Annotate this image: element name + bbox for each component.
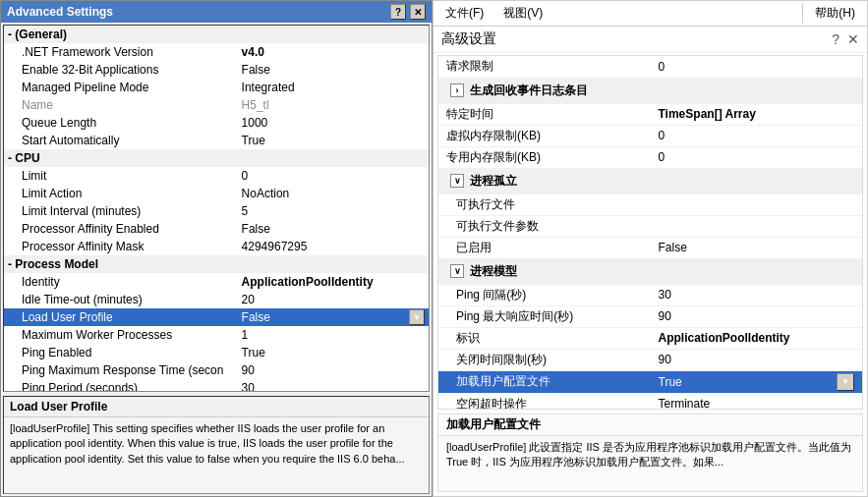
r-row-ping-interval[interactable]: Ping 间隔(秒) 30 (438, 284, 862, 305)
r-load-profile-name: 加载用户配置文件 (438, 370, 651, 393)
row-queue[interactable]: Queue Length 1000 (4, 114, 429, 132)
load-profile-name: Load User Profile (4, 308, 238, 326)
dotnet-name: .NET Framework Version (4, 43, 238, 61)
appname-value: H5_tl (238, 96, 429, 114)
identity-name: Identity (4, 273, 238, 291)
row-affinity-mask[interactable]: Processor Affinity Mask 4294967295 (4, 238, 429, 255)
r-orphan-expand-icon[interactable]: ∨ (450, 174, 464, 188)
r-row-private-mem[interactable]: 专用内存限制(KB) 0 (438, 146, 862, 168)
r-shutdown-limit-name: 关闭时间限制(秒) (438, 349, 651, 370)
process-model-expand-icon[interactable]: - (8, 257, 12, 271)
r-section-process-orphan[interactable]: ∨ 进程孤立 (438, 168, 862, 193)
right-title-actions: ? ✕ (832, 31, 859, 47)
r-row-request-limit[interactable]: 请求限制 0 (438, 56, 862, 78)
r-ping-max-name: Ping 最大响应时间(秒) (438, 305, 651, 327)
menu-help[interactable]: 帮助(H) (811, 3, 859, 24)
r-private-mem-value: 0 (651, 146, 863, 168)
row-load-user-profile[interactable]: Load User Profile False ▼ (4, 308, 429, 326)
ping-enabled-name: Ping Enabled (4, 344, 238, 361)
ping-max-value: 90 (238, 361, 429, 379)
r-shutdown-limit-value: 90 (651, 349, 863, 370)
r-recycle-label: 生成回收事件日志条目 (470, 83, 588, 99)
settings-tree[interactable]: - (General) .NET Framework Version v4.0 … (3, 25, 430, 392)
r-row-identity[interactable]: 标识 ApplicationPoolIdentity (438, 327, 862, 349)
left-title-bar-actions: ? ✕ (390, 4, 426, 20)
r-row-specific-time[interactable]: 特定时间 TimeSpan[] Array (438, 103, 862, 125)
32bit-value: False (238, 61, 429, 79)
r-request-limit-value: 0 (651, 56, 863, 78)
limit-interval-name: Limit Interval (minutes) (4, 202, 238, 220)
row-idle-timeout[interactable]: Idle Time-out (minutes) 20 (4, 291, 429, 308)
description-text: [loadUserProfile] This setting specifies… (4, 417, 429, 470)
general-expand-icon[interactable]: - (8, 28, 12, 41)
r-section-recycle-log[interactable]: › 生成回收事件日志条目 (438, 78, 862, 103)
r-row-idle-timeout-action[interactable]: 空闲超时操作 Terminate (438, 393, 862, 410)
r-section-process-model[interactable]: ∨ 进程模型 (438, 258, 862, 284)
r-row-enabled[interactable]: 已启用 False (438, 237, 862, 258)
row-limit-interval[interactable]: Limit Interval (minutes) 5 (4, 202, 429, 220)
right-title-bar: 高级设置 ? ✕ (434, 27, 867, 53)
dotnet-value: v4.0 (238, 43, 429, 61)
row-ping-max[interactable]: Ping Maximum Response Time (secon 90 (4, 361, 429, 379)
idle-timeout-name: Idle Time-out (minutes) (4, 291, 238, 308)
limit-action-name: Limit Action (4, 185, 238, 202)
menu-file[interactable]: 文件(F) (441, 3, 488, 24)
general-label: (General) (15, 28, 67, 41)
identity-value: ApplicationPoolIdentity (238, 273, 429, 291)
r-load-profile-text: True (659, 375, 682, 389)
row-dotnet[interactable]: .NET Framework Version v4.0 (4, 43, 429, 61)
r-process-model-expand-icon[interactable]: ∨ (450, 264, 464, 278)
pipeline-value: Integrated (238, 79, 429, 96)
row-name[interactable]: Name H5_tl (4, 96, 429, 114)
ping-max-name: Ping Maximum Response Time (secon (4, 361, 238, 379)
affinity-enabled-name: Processor Affinity Enabled (4, 220, 238, 238)
r-process-orphan-label: ∨ 进程孤立 (438, 168, 862, 193)
row-autostart[interactable]: Start Automatically True (4, 132, 429, 149)
left-close-btn[interactable]: ✕ (410, 4, 426, 20)
ping-period-value: 30 (238, 379, 429, 392)
r-row-ping-max-response[interactable]: Ping 最大响应时间(秒) 90 (438, 305, 862, 327)
r-row-shutdown-limit[interactable]: 关闭时间限制(秒) 90 (438, 349, 862, 370)
autostart-name: Start Automatically (4, 132, 238, 149)
right-help-btn[interactable]: ? (832, 31, 839, 47)
r-row-virtual-mem[interactable]: 虚拟内存限制(KB) 0 (438, 125, 862, 146)
r-executable-params-value (651, 215, 863, 237)
load-profile-dropdown[interactable]: False ▼ (242, 309, 425, 325)
row-pipeline[interactable]: Managed Pipeline Mode Integrated (4, 79, 429, 96)
r-identity-value: ApplicationPoolIdentity (651, 327, 863, 349)
r-identity-name: 标识 (438, 327, 651, 349)
queue-value: 1000 (238, 114, 429, 132)
row-ping-period[interactable]: Ping Period (seconds) 30 (4, 379, 429, 392)
r-idle-action-value: Terminate (651, 393, 863, 410)
right-close-btn[interactable]: ✕ (847, 31, 859, 47)
section-cpu[interactable]: - CPU (4, 149, 429, 167)
row-32bit[interactable]: Enable 32-Bit Applications False (4, 61, 429, 79)
max-workers-value: 1 (238, 326, 429, 344)
section-process-model[interactable]: - Process Model (4, 255, 429, 273)
r-executable-params-name: 可执行文件参数 (438, 215, 651, 237)
cpu-expand-icon[interactable]: - (8, 151, 12, 165)
r-recycle-expand-icon[interactable]: › (450, 83, 464, 97)
left-help-btn[interactable]: ? (390, 4, 406, 20)
autostart-value: True (238, 132, 429, 149)
r-row-executable-params[interactable]: 可执行文件参数 (438, 215, 862, 237)
r-row-load-user-profile[interactable]: 加载用户配置文件 True ▼ (438, 370, 862, 393)
dropdown-arrow[interactable]: ▼ (409, 309, 425, 325)
r-load-profile-dropdown[interactable]: True ▼ (659, 373, 855, 391)
appname-name: Name (4, 96, 238, 114)
r-executable-name: 可执行文件 (438, 193, 651, 215)
row-ping-enabled[interactable]: Ping Enabled True (4, 344, 429, 361)
menu-bar: 文件(F) 视图(V) 帮助(H) (434, 1, 867, 27)
row-limit-action[interactable]: Limit Action NoAction (4, 185, 429, 202)
r-dropdown-arrow[interactable]: ▼ (837, 373, 854, 391)
row-affinity-enabled[interactable]: Processor Affinity Enabled False (4, 220, 429, 238)
row-max-workers[interactable]: Maximum Worker Processes 1 (4, 326, 429, 344)
row-identity[interactable]: Identity ApplicationPoolIdentity (4, 273, 429, 291)
row-limit[interactable]: Limit 0 (4, 167, 429, 185)
section-general[interactable]: - (General) (4, 26, 429, 43)
menu-bar-left: 文件(F) 视图(V) (434, 3, 803, 24)
menu-view[interactable]: 视图(V) (499, 3, 547, 24)
r-row-executable[interactable]: 可执行文件 (438, 193, 862, 215)
load-profile-text: False (242, 310, 270, 324)
right-table-container[interactable]: 请求限制 0 › 生成回收事件日志条目 特定 (437, 55, 863, 410)
